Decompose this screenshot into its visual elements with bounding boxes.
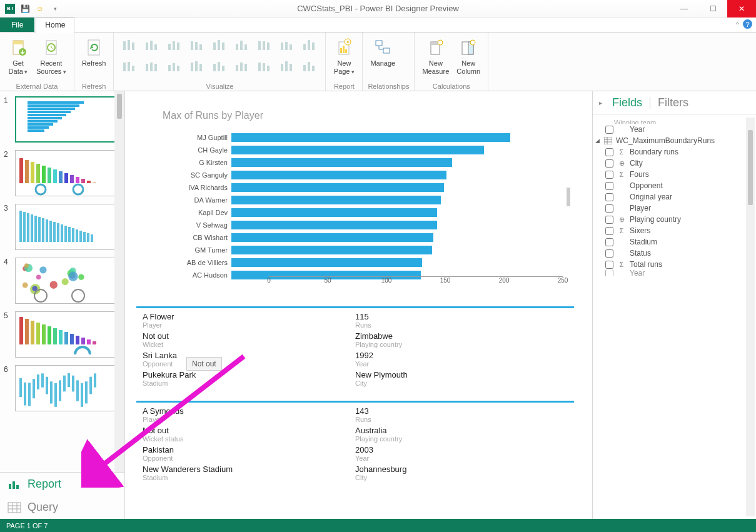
table-node[interactable]: ◢ WC_MaximumBoundaryRuns xyxy=(594,135,753,146)
bar-row[interactable]: V Sehwag xyxy=(163,219,569,231)
sigma-icon: Σ xyxy=(617,148,626,156)
field-item[interactable]: ΣFours xyxy=(594,169,753,180)
page-thumbnail[interactable]: 1 xyxy=(0,91,124,145)
fields-header[interactable]: Fields xyxy=(612,96,642,109)
recent-sources-button[interactable]: Recent Sources xyxy=(34,34,69,76)
smiley-icon[interactable]: ☺ xyxy=(35,4,45,14)
field-checkbox[interactable] xyxy=(605,270,613,276)
maximize-button[interactable]: ☐ xyxy=(698,0,727,18)
chart-resize-handle[interactable] xyxy=(567,188,570,206)
bar-row[interactable]: MJ Guptill xyxy=(163,131,569,144)
new-measure-button[interactable]: New Measure xyxy=(420,34,451,76)
field-item[interactable]: ΣBoundary runs xyxy=(594,146,753,158)
viz-type-button[interactable] xyxy=(119,34,140,54)
file-tab[interactable]: File xyxy=(0,18,34,32)
viz-type-button[interactable] xyxy=(231,56,253,76)
field-item[interactable]: ⊕City xyxy=(594,158,753,169)
viz-type-button[interactable] xyxy=(276,56,298,76)
bar-chart[interactable]: MJ GuptillCH GayleG KirstenSC GangulyIVA… xyxy=(163,131,569,288)
field-item[interactable]: Player xyxy=(594,203,753,214)
save-icon[interactable]: 💾 xyxy=(20,4,30,14)
field-label: Boundary runs xyxy=(630,148,678,156)
field-checkbox[interactable] xyxy=(605,193,613,201)
field-checkbox[interactable] xyxy=(605,238,613,246)
bar-row[interactable]: DA Warner xyxy=(163,194,569,206)
refresh-button[interactable]: Refresh xyxy=(79,34,109,69)
field-checkbox[interactable] xyxy=(605,216,613,224)
query-view-tab[interactable]: Query xyxy=(0,496,124,519)
collapse-ribbon-icon[interactable]: ^ xyxy=(736,21,739,28)
bar-row[interactable]: IVA Richards xyxy=(163,181,569,194)
bar-row[interactable]: G Kirsten xyxy=(163,156,569,169)
viz-type-button[interactable] xyxy=(141,56,163,76)
viz-type-button[interactable] xyxy=(119,56,140,76)
viz-type-button[interactable] xyxy=(299,56,320,76)
viz-type-button[interactable] xyxy=(254,34,275,54)
bar-row[interactable]: GM Turner xyxy=(163,244,569,256)
help-icon[interactable]: ? xyxy=(743,19,752,29)
field-checkbox[interactable] xyxy=(605,171,613,179)
field-item[interactable]: Status xyxy=(594,248,753,259)
viz-type-button[interactable] xyxy=(164,56,185,76)
bar-row[interactable]: CB Wishart xyxy=(163,231,569,244)
viz-type-button[interactable] xyxy=(209,34,230,54)
filters-header[interactable]: Filters xyxy=(658,96,688,109)
svg-rect-119 xyxy=(91,234,93,242)
viz-type-button[interactable] xyxy=(141,34,163,54)
viz-type-button[interactable] xyxy=(299,34,320,54)
viz-type-button[interactable] xyxy=(164,34,185,54)
page-thumbnail[interactable]: 6 xyxy=(0,360,124,414)
svg-rect-86 xyxy=(31,162,34,183)
field-item[interactable]: Stadium xyxy=(594,236,753,248)
pane-collapse-icon[interactable]: ▸ xyxy=(599,99,602,106)
field-checkbox[interactable] xyxy=(605,204,613,213)
bar-row[interactable]: Kapil Dev xyxy=(163,206,569,219)
field-checkbox[interactable] xyxy=(605,148,613,156)
page-thumbnail[interactable]: 3 xyxy=(0,199,124,253)
home-tab[interactable]: Home xyxy=(36,18,74,33)
bar-row[interactable]: CH Gayle xyxy=(163,144,569,156)
viz-type-button[interactable] xyxy=(231,34,253,54)
viz-type-button[interactable] xyxy=(186,56,208,76)
field-item[interactable]: Year ˄ xyxy=(594,124,753,135)
minimize-button[interactable]: — xyxy=(670,0,698,18)
close-button[interactable]: ✕ xyxy=(727,0,756,18)
field-checkbox[interactable] xyxy=(605,227,613,235)
report-view-tab[interactable]: Report xyxy=(0,473,124,496)
collapse-icon[interactable]: ◢ xyxy=(595,138,600,144)
field-checkbox[interactable] xyxy=(605,159,613,168)
field-checkbox[interactable] xyxy=(605,126,613,134)
new-page-button[interactable]: ✦ New Page xyxy=(331,34,357,76)
manage-relationships-button[interactable]: Manage xyxy=(368,34,398,69)
field-item[interactable]: Year xyxy=(594,270,753,276)
viz-type-button[interactable] xyxy=(209,56,230,76)
field-item[interactable]: Original year xyxy=(594,191,753,203)
ribbon-group-refresh: Refresh Refresh xyxy=(74,33,114,91)
detail-cards[interactable]: A FlowerPlayer115RunsNot outWicketZimbab… xyxy=(136,306,574,495)
page-thumbnail[interactable]: 2 xyxy=(0,145,124,199)
viz-type-button[interactable] xyxy=(276,34,298,54)
fields-scrollbar[interactable] xyxy=(746,118,755,516)
field-item[interactable]: ΣTotal runs xyxy=(594,259,753,270)
field-item[interactable]: ⊕Playing country xyxy=(594,214,753,225)
bar-row[interactable]: AB de Villiers xyxy=(163,256,569,269)
field-item[interactable]: Opponent xyxy=(594,180,753,191)
detail-card[interactable]: A SymondsPlayer143RunsNot outWicket stat… xyxy=(136,401,574,484)
detail-card[interactable]: A FlowerPlayer115RunsNot outWicketZimbab… xyxy=(136,306,574,389)
svg-rect-111 xyxy=(61,224,63,242)
field-checkbox[interactable] xyxy=(605,261,613,269)
thumbnail-scrollbar[interactable] xyxy=(114,91,124,472)
qat-dropdown-icon[interactable]: ▾ xyxy=(50,4,60,14)
page-thumbnail[interactable]: 4 xyxy=(0,253,124,306)
get-data-button[interactable]: Get Data xyxy=(5,34,31,76)
field-item[interactable]: ΣSixers xyxy=(594,225,753,236)
field-checkbox[interactable] xyxy=(605,249,613,258)
bar-row[interactable]: SC Ganguly xyxy=(163,169,569,181)
page-thumbnail[interactable]: 5 xyxy=(0,306,124,360)
report-canvas[interactable]: Max of Runs by Player MJ GuptillCH Gayle… xyxy=(125,91,592,519)
visualization-gallery[interactable] xyxy=(119,34,320,76)
viz-type-button[interactable] xyxy=(186,34,208,54)
viz-type-button[interactable] xyxy=(254,56,275,76)
new-column-button[interactable]: New Column xyxy=(454,34,483,76)
field-checkbox[interactable] xyxy=(605,182,613,190)
